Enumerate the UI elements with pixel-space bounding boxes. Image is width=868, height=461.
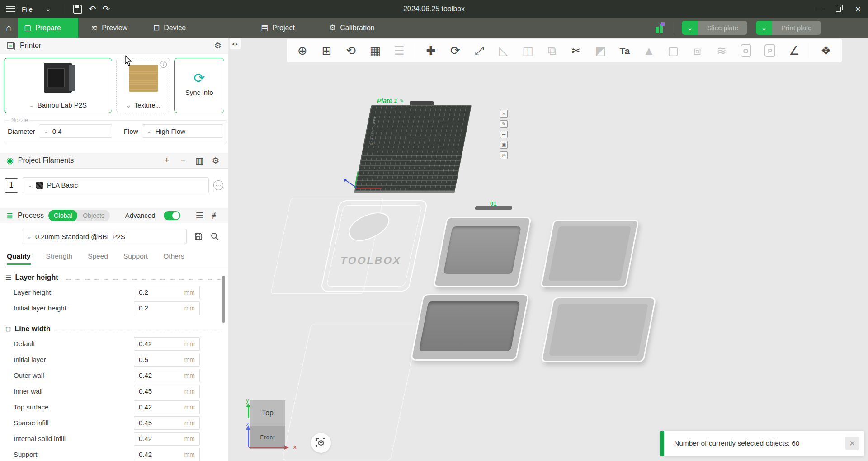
window-title: 2024.06.25 toolbox — [403, 0, 465, 18]
nav-face-front[interactable]: Front — [250, 426, 285, 449]
tab-device[interactable]: ⊟ Device — [147, 18, 192, 38]
redo-icon[interactable]: ↷ — [103, 5, 110, 14]
process-icon: ≣ — [6, 211, 13, 221]
scope-objects[interactable]: Objects — [77, 210, 109, 221]
process-header: ≣ Process Global Objects Advanced ☰ ≢ — [0, 208, 228, 223]
plate-close-icon[interactable]: ✕ — [500, 110, 508, 118]
menu-icon[interactable] — [6, 6, 15, 12]
printer-image — [44, 63, 72, 93]
fit-view-button[interactable] — [311, 433, 331, 453]
remove-filament-button[interactable]: − — [177, 155, 189, 165]
sidebar-scrollbar[interactable] — [222, 276, 225, 323]
info-icon[interactable]: i — [160, 61, 167, 68]
tab-quality[interactable]: Quality — [7, 252, 31, 265]
plate-image-icon[interactable]: ▣ — [500, 141, 508, 149]
initial-layer-line-width-input[interactable]: 0.5 mm — [134, 353, 200, 367]
file-menu[interactable]: File — [22, 5, 33, 13]
filament-settings-gear-icon[interactable]: ⚙ — [210, 155, 222, 166]
undo-icon[interactable]: ↶ — [89, 5, 96, 14]
printer-settings-gear-icon[interactable]: ⚙ — [214, 41, 222, 51]
layer-height-input[interactable]: 0.2 mm — [134, 286, 200, 299]
filament-icon: ◉ — [6, 155, 14, 165]
print-plate-button[interactable]: ⌄ Print plate — [756, 21, 821, 35]
build-plate-select-card[interactable]: i ⌄ Texture... — [116, 58, 170, 113]
model-toolbox-open-box-bottom[interactable] — [410, 294, 529, 361]
tab-preview[interactable]: ≋ Preview — [85, 18, 134, 38]
plate-settings-icon[interactable]: ☰ — [500, 131, 508, 138]
sync-info-button[interactable]: ⟳ Sync info — [174, 58, 224, 113]
print-dropdown-icon[interactable]: ⌄ — [756, 21, 772, 35]
top-surface-line-width-input[interactable]: 0.42 mm — [134, 400, 200, 414]
tab-prepare[interactable]: ▢ Prepare — [18, 18, 78, 38]
save-preset-icon[interactable] — [194, 232, 203, 241]
advanced-toggle[interactable] — [164, 211, 180, 220]
setting-row: Layer height 0.2 mm — [0, 284, 228, 300]
plate-label[interactable]: Plate 1 ✎ — [377, 97, 404, 104]
add-filament-button[interactable]: + — [161, 155, 173, 165]
model-embossed-text: TOOLBOX — [326, 254, 416, 267]
setting-row: Top surface 0.42 mm — [0, 399, 228, 415]
minimize-button[interactable] — [808, 0, 828, 18]
support-line-width-input[interactable]: 0.42 mm — [134, 448, 200, 461]
initial-layer-height-input[interactable]: 0.2 mm — [134, 301, 200, 315]
search-preset-icon[interactable] — [210, 232, 219, 241]
printer-select-card[interactable]: ⌄ Bambu Lab P2S — [4, 58, 112, 113]
3d-viewport[interactable]: ◂|▸ ⊕⊞⟲▦☰✚⟳⤢◺◫⧉✂◩Ta▲▢⧈≋OP∠❖ Bambu Lab P2… — [229, 38, 868, 461]
tab-strength[interactable]: Strength — [46, 252, 73, 263]
build-plate[interactable]: Bambu Lab P2S — [354, 105, 472, 191]
plate-edit-icon[interactable]: ✎ — [500, 120, 508, 128]
sparse-infill-line-width-input[interactable]: 0.45 mm — [134, 416, 200, 430]
device-icon: ⊟ — [153, 23, 160, 33]
model-toolbox-lid-top[interactable] — [540, 220, 639, 287]
printer-cards: ⌄ Bambu Lab P2S i ⌄ Texture... ⟳ Sync in… — [0, 54, 228, 115]
process-preset-select[interactable]: ⌄ 0.20mm Standard @BBL P2S — [22, 229, 187, 244]
filament-more-icon[interactable]: ⋯ — [213, 180, 223, 190]
chevron-down-icon: ⌄ — [126, 102, 131, 109]
compare-presets-icon[interactable]: ≢ — [210, 211, 222, 221]
navigation-cube[interactable]: Top Front — [250, 400, 285, 449]
home-button[interactable]: ⌂ — [0, 18, 18, 38]
plate-brand-text: Bambu Lab P2S — [370, 117, 377, 146]
filament-select[interactable]: ⌄ PLA Basic — [23, 177, 209, 193]
nozzle-flow-select[interactable]: ⌄ High Flow — [142, 124, 223, 138]
notification-close-icon[interactable]: ✕ — [845, 437, 859, 450]
calibration-icon: ⚙ — [329, 23, 336, 33]
slice-plate-button[interactable]: ⌄ Slice plate — [682, 21, 747, 35]
sync-icon: ⟳ — [193, 71, 205, 85]
close-button[interactable]: ✕ — [848, 0, 868, 18]
process-scope-toggle[interactable]: Global Objects — [48, 210, 110, 221]
save-icon[interactable] — [73, 5, 82, 14]
tab-support[interactable]: Support — [123, 252, 148, 263]
inner-wall-line-width-input[interactable]: 0.45 mm — [134, 385, 200, 398]
notification-toast: Number of currently selected objects: 60… — [660, 431, 864, 456]
model-toolbox-lid-bottom[interactable] — [541, 297, 656, 362]
printer-header: Printer ⚙ — [0, 38, 228, 54]
scope-global[interactable]: Global — [48, 210, 77, 221]
plate-camera-icon[interactable]: ◎ — [500, 151, 508, 159]
parameter-list-icon[interactable]: ☰ — [193, 210, 205, 221]
left-sidebar: Printer ⚙ ⌄ Bambu Lab P2S i ⌄ Texture... — [0, 38, 228, 461]
default-line-width-input[interactable]: 0.42 mm — [134, 337, 200, 351]
nozzle-legend: Nozzle — [9, 117, 30, 123]
filament-slot-index[interactable]: 1 — [5, 178, 18, 193]
internal-solid-infill-line-width-input[interactable]: 0.42 mm — [134, 432, 200, 446]
setting-row: Initial layer height 0.2 mm — [0, 300, 228, 316]
outer-wall-line-width-input[interactable]: 0.42 mm — [134, 369, 200, 382]
ams-sync-icon[interactable]: ▥ — [193, 155, 205, 166]
tab-project[interactable]: ▤ Project — [255, 18, 301, 38]
nozzle-diameter-select[interactable]: ⌄ 0.4 — [39, 124, 112, 138]
model-small-part[interactable] — [475, 206, 513, 210]
restore-button[interactable] — [828, 0, 848, 18]
diameter-label: Diameter — [8, 127, 35, 135]
model-toolbox-open-box-top[interactable] — [433, 217, 532, 287]
tab-calibration[interactable]: ⚙ Calibration — [323, 18, 381, 38]
nav-face-top[interactable]: Top — [250, 400, 285, 426]
model-toolbox-lid-wireframe[interactable]: TOOLBOX — [320, 200, 428, 292]
slice-dropdown-icon[interactable]: ⌄ — [682, 21, 698, 35]
axis-x-label: x — [293, 443, 297, 450]
section-layer-height: ☰ Layer height — [0, 271, 228, 284]
chevron-down-icon[interactable]: ⌄ — [45, 5, 51, 13]
tab-speed[interactable]: Speed — [88, 252, 108, 263]
tab-others[interactable]: Others — [163, 252, 184, 263]
project-icon: ▤ — [261, 23, 268, 33]
